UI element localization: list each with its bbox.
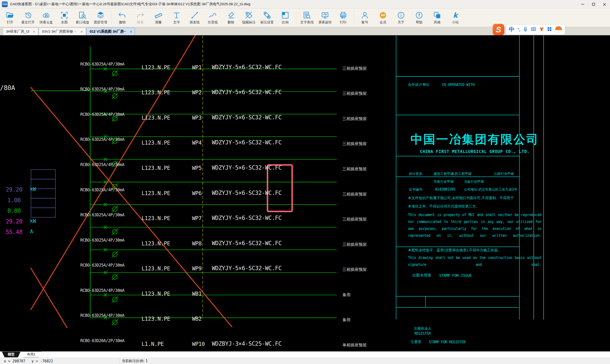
layout-tab-布局1[interactable]: 布局1 xyxy=(21,351,41,357)
toolbar-layers-button[interactable]: 图层管理 xyxy=(91,9,110,26)
certificate-number: A142081395 xyxy=(435,188,455,191)
coordinate-y: y = -76822 xyxy=(31,359,53,363)
document-tab-3[interactable]: 012 V1系统图 3#厂房··× xyxy=(87,28,135,35)
toolbar-scale-button[interactable]: 比例 xyxy=(276,9,294,26)
qualification-item: 人防工程甲级 xyxy=(452,172,472,175)
help-icon: ? xyxy=(415,11,423,20)
toolbar-window-zoom-button[interactable]: 窗口缩放 xyxy=(73,9,91,26)
svg-text:?: ? xyxy=(418,13,420,17)
circuit-id: WB1 xyxy=(192,291,202,297)
maximize-icon xyxy=(592,3,595,6)
toolbar-folder-open-button[interactable]: 打开 xyxy=(1,9,19,26)
app-window: CAD CAD快速看图 - D:\桌面\一基地一中心\图纸\一基地一中心8.26… xyxy=(0,0,610,364)
svg-text:VIP: VIP xyxy=(381,14,385,17)
tab-label: 03V2 3#厂房图审修··· xyxy=(42,29,77,34)
folder-open-icon xyxy=(6,11,14,20)
toolbar-label: 文字 xyxy=(173,20,180,25)
circuit-note: 三相插座预留 xyxy=(342,192,367,196)
close-button[interactable]: × xyxy=(599,0,610,8)
toolbar-label: 恢复 xyxy=(137,20,144,25)
toolbar-label: 撤销 xyxy=(119,20,126,25)
toolbar-label: 屏幕旋转 xyxy=(318,20,332,25)
circuit-id: WP5 xyxy=(192,165,202,171)
toolbar-undo-button[interactable]: 撤销 xyxy=(113,9,131,26)
issue-stamp-label-en: STAMP FOR ISSUE xyxy=(439,274,472,277)
layout-tab-模型[interactable]: 模型 xyxy=(2,351,21,357)
input-method-bar: S 中 °, xyxy=(493,24,565,35)
ime-punctuation-toggle[interactable]: °, xyxy=(518,27,520,32)
title-bar: CAD CAD快速看图 - D:\桌面\一基地一中心\图纸\一基地一中心8.26… xyxy=(0,0,610,9)
toolbar-label: 文字查找 xyxy=(300,20,313,25)
toolbar-erase-button[interactable]: 删除 xyxy=(222,9,240,26)
about-icon xyxy=(397,11,405,20)
circuit-id: WP7 xyxy=(192,216,202,221)
toolbar-print-button[interactable]: 打印 xyxy=(334,9,352,26)
toolbar-find-text-button[interactable]: 文字查找 xyxy=(298,9,316,26)
toolbar-text-button[interactable]: 文字 xyxy=(168,9,186,26)
tab-close-icon[interactable]: × xyxy=(80,29,83,34)
toolbar-label: 删除 xyxy=(228,20,234,25)
cad-canvas[interactable]: RCBO-63D25A/4P/30mAL123.N.PEWP1WDZYJY-5×… xyxy=(0,35,610,351)
toolbar-freehand-button[interactable]: 任意线 xyxy=(204,9,222,26)
toolbar-label: 全图 xyxy=(61,20,68,25)
toolbar-help-button[interactable]: ?帮助 xyxy=(410,9,428,26)
toolbar-account-button[interactable]: 账号 xyxy=(356,9,374,26)
toolbar-site-button[interactable]: k小站 xyxy=(446,9,464,26)
toolbar-draw-line-button[interactable]: 画直线 xyxy=(186,9,204,26)
toolbar-measure-button[interactable]: 测量 xyxy=(149,9,168,26)
circuit-note: 三相插座预留 xyxy=(342,217,367,221)
svg-text:k: k xyxy=(453,11,459,19)
toolbar-rotate-button[interactable]: 屏幕旋转 xyxy=(316,9,334,26)
notice-cn: 本文件知识产权属于我公司,未经我们书面许可,不得复制、不得用于 xyxy=(408,196,514,200)
phase-label: L123.N.PE xyxy=(142,266,170,271)
print-icon xyxy=(339,11,347,20)
toolbar-full-view-button[interactable]: 全图 xyxy=(55,9,73,26)
keyboard-icon[interactable] xyxy=(531,27,536,32)
assistant-fox-icon[interactable] xyxy=(555,26,562,33)
phase-label: L123.N.PE xyxy=(142,90,170,95)
cable-spec: WDZYJY-5×6-SC32-WC.FC xyxy=(212,64,282,70)
load-unit: kW xyxy=(30,187,36,192)
draw-line-icon xyxy=(190,11,199,20)
toolbar-markup-settings-button[interactable]: 标注设置 xyxy=(258,9,276,26)
microphone-icon[interactable] xyxy=(523,27,528,32)
skin-icon[interactable] xyxy=(539,27,544,32)
toolbar-label: 帮助 xyxy=(416,20,422,25)
layers-icon xyxy=(96,11,105,20)
circuit-note: 三相插座预留 xyxy=(342,243,367,247)
minimize-button[interactable] xyxy=(577,0,588,8)
status-bar: x = 208707 y = -76822 当前标注比例: 1 xyxy=(0,358,610,364)
tab-close-icon[interactable]: × xyxy=(130,29,132,34)
breaker-label: RCBO-63D25A/4P/30mA xyxy=(80,238,124,242)
cable-spec: WDZYJY-5×6-SC32-WC.FC xyxy=(212,215,282,221)
circuit-note: 备用 xyxy=(342,293,350,297)
toolbar-vip-button[interactable]: VIP会员 xyxy=(374,9,392,26)
document-tab-1[interactable]: 3#研发厂房_t3× xyxy=(3,28,38,35)
toolbar-label: 窗口缩放 xyxy=(76,20,89,25)
circuit-id: WP10 xyxy=(192,341,205,347)
ime-language-toggle[interactable]: 中 xyxy=(509,26,514,33)
company-name-en: CHINA FIRST METALLURGICAL GROUP CO., LTD… xyxy=(406,150,543,154)
circuit-id: WP8 xyxy=(192,241,202,246)
toolbox-icon[interactable] xyxy=(547,27,552,32)
circuit-id: WP3 xyxy=(192,115,202,120)
cable-spec: WDZYJY-5×6-SC32-WC.FC xyxy=(212,165,282,170)
qualification-label: 设计资质: xyxy=(409,172,423,175)
load-table-cell xyxy=(31,169,55,179)
toolbar-hide-markup-button[interactable]: 隐藏标注 xyxy=(240,9,258,26)
toolbar-cloud-button[interactable]: 快看云盘 xyxy=(37,9,55,26)
toolbar-recent-button[interactable]: 最近打开 xyxy=(19,9,37,26)
toolbar-separator xyxy=(296,11,296,24)
document-tab-2[interactable]: 03V2 3#厂房图审修···× xyxy=(39,28,86,35)
circuit-id: WP2 xyxy=(192,90,202,95)
feeder-label: 0/80A xyxy=(0,85,15,91)
maximize-button[interactable] xyxy=(588,0,599,8)
toolbar-label: 会员 xyxy=(380,20,386,25)
cable-spec: WDZYJY-5×6-SC32-WC.FC xyxy=(212,140,282,145)
toolbar-style-button[interactable]: 风格 xyxy=(428,9,446,26)
phase-label: L123.N.PE xyxy=(142,65,170,70)
markup-settings-icon xyxy=(263,11,272,20)
sogou-logo-icon[interactable]: S xyxy=(493,24,504,35)
toolbar-about-button[interactable]: 关于 xyxy=(392,9,410,26)
tab-close-icon[interactable]: × xyxy=(33,29,35,34)
